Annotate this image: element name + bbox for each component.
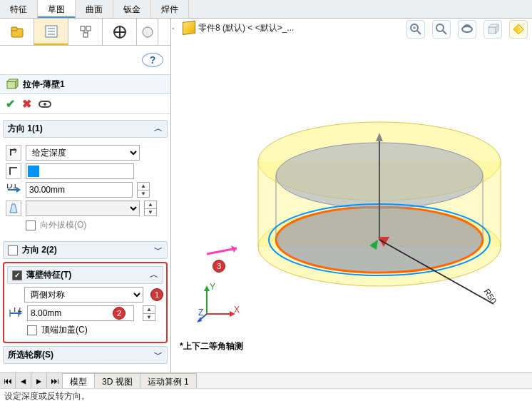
ribbon-tab-sheetmetal[interactable]: 钣金 [113,0,151,18]
view-orientation-label: *上下二等角轴测 [180,340,243,352]
thin-feature-highlight: 薄壁特征(T) ︿ 两侧对称 1 T1 2 ▲▼ 顶端加盖(C) [3,262,168,343]
feature-title-text: 拉伸-薄壁1 [23,78,65,91]
svg-marker-17 [7,79,18,81]
preview-toggle[interactable] [39,101,51,108]
draft-select[interactable] [26,200,140,216]
flyout-toggle-icon[interactable]: ▸ [173,23,174,33]
color-swatch [28,166,39,177]
section-direction1-header[interactable]: 方向 1(1) ︿ [3,120,168,138]
section-direction2-title: 方向 2(2) [22,244,57,256]
svg-rect-8 [83,33,88,37]
section-thin-header[interactable]: 薄壁特征(T) ︿ [7,266,163,284]
svg-text:Z: Z [198,308,203,318]
direction-color-icon[interactable] [6,163,21,179]
svg-text:T1: T1 [12,308,22,314]
section-direction1-title: 方向 1(1) [8,123,43,135]
section-contours-header[interactable]: 所选轮廓(S) ﹀ [3,346,168,364]
ribbon-tab-surfaces[interactable]: 曲面 [76,0,113,18]
extrude-icon [6,78,19,91]
bottom-tab-3dview[interactable]: 3D 视图 [95,373,140,388]
svg-point-14 [143,27,153,37]
breadcrumb[interactable]: 零件8 (默认) < <默认>_... [183,21,294,34]
svg-rect-30 [488,27,496,34]
direction-vector-box[interactable] [26,163,134,179]
model-preview: R50 [237,97,515,318]
svg-marker-20 [10,204,17,213]
section-direction1-body: 给定深度 D1 ▲▼ ▲▼ [1,141,169,238]
callout-2: 2 [113,307,126,320]
svg-line-46 [207,248,237,254]
depth-input[interactable] [26,182,133,198]
zoom-fit-icon[interactable] [406,20,425,39]
property-manager-tab[interactable] [34,19,68,45]
configuration-manager-tab[interactable] [68,19,103,45]
collapse-icon: ︿ [154,123,163,135]
help-icon[interactable]: ? [142,53,163,67]
svg-point-27 [436,24,444,31]
breadcrumb-label: 零件8 (默认) < <默认>_... [198,22,294,34]
expand-icon: ﹀ [154,349,163,361]
svg-rect-1 [11,27,17,31]
svg-marker-49 [204,285,210,291]
ribbon: 特征 草图 曲面 钣金 焊件 [0,0,532,19]
feature-title-bar: 拉伸-薄壁1 [0,75,170,94]
svg-line-28 [443,31,446,34]
tab-scroll-next[interactable]: ▶ [31,373,47,388]
svg-line-24 [417,31,421,34]
ok-button[interactable]: ✔ [6,97,15,111]
end-condition-select[interactable]: 给定深度 [26,145,140,161]
view-toolbar [406,20,528,39]
status-bar: 设定深度或反转方向。 [0,388,532,401]
property-manager-panel: ? 拉伸-薄壁1 ✔ ✖ 方向 1(1) ︿ 给定深度 [0,19,171,372]
cap-ends-checkbox[interactable] [27,325,37,335]
thin-feature-checkbox[interactable] [12,270,22,280]
tab-scroll-prev[interactable]: ◀ [16,373,31,388]
svg-point-29 [462,26,472,32]
feature-action-bar: ✔ ✖ [0,94,170,114]
svg-rect-7 [86,26,91,31]
display-manager-tab[interactable] [137,19,158,45]
callout-3: 3 [213,260,225,273]
svg-marker-34 [513,24,518,34]
bottom-tab-motion[interactable]: 运动算例 1 [140,373,197,388]
draft-icon[interactable] [6,200,21,216]
ribbon-tab-weldment[interactable]: 焊件 [151,0,189,18]
collapse-icon: ︿ [150,269,158,281]
draft-outward-checkbox[interactable] [26,220,36,230]
section-view-icon[interactable] [458,20,476,39]
thin-type-select[interactable]: 两侧对称 [24,287,143,303]
thickness-spinner[interactable]: ▲▼ [143,305,155,321]
expand-icon: ﹀ [154,244,163,256]
svg-text:D1: D1 [6,184,18,191]
orientation-triad[interactable]: Y X Z [198,280,241,323]
depth-spinner[interactable]: ▲▼ [137,182,150,198]
tab-scroll-first[interactable]: ⏮ [0,373,16,388]
ribbon-tab-sketch[interactable]: 草图 [38,0,76,18]
view-orientation-icon[interactable] [484,20,502,39]
zoom-area-icon[interactable] [432,20,451,39]
svg-rect-6 [81,26,85,31]
svg-text:Y: Y [210,282,215,292]
feature-manager-tab[interactable] [0,19,34,45]
section-thin-title: 薄壁特征(T) [26,269,71,281]
ribbon-tab-features[interactable]: 特征 [0,0,38,18]
reverse-direction-icon[interactable] [6,145,21,161]
section-direction2-header[interactable]: 方向 2(2) ﹀ [3,241,168,259]
draft-outward-label: 向外拔模(O) [40,219,86,231]
bottom-tab-bar: ⏮ ◀ ▶ ⏭ 模型 3D 视图 运动算例 1 [0,372,532,388]
draft-spinner[interactable]: ▲▼ [144,200,157,216]
direction2-checkbox[interactable] [8,245,18,255]
dimxpert-manager-tab[interactable] [103,19,137,45]
thickness-icon: T1 [7,305,23,321]
cap-ends-label: 顶端加盖(C) [41,324,88,336]
section-contours-title: 所选轮廓(S) [8,349,53,361]
display-style-icon[interactable] [509,20,528,39]
bottom-tab-model[interactable]: 模型 [63,373,95,388]
status-text: 设定深度或反转方向。 [4,391,90,401]
cancel-button[interactable]: ✖ [22,97,31,111]
tab-scroll-last[interactable]: ⏭ [47,373,63,388]
svg-text:X: X [234,305,240,315]
callout-1: 1 [150,288,163,301]
graphics-viewport[interactable]: ▸ 零件8 (默认) < <默认>_... R50 3 [173,19,532,372]
radius-dimension: R50 [481,287,498,305]
